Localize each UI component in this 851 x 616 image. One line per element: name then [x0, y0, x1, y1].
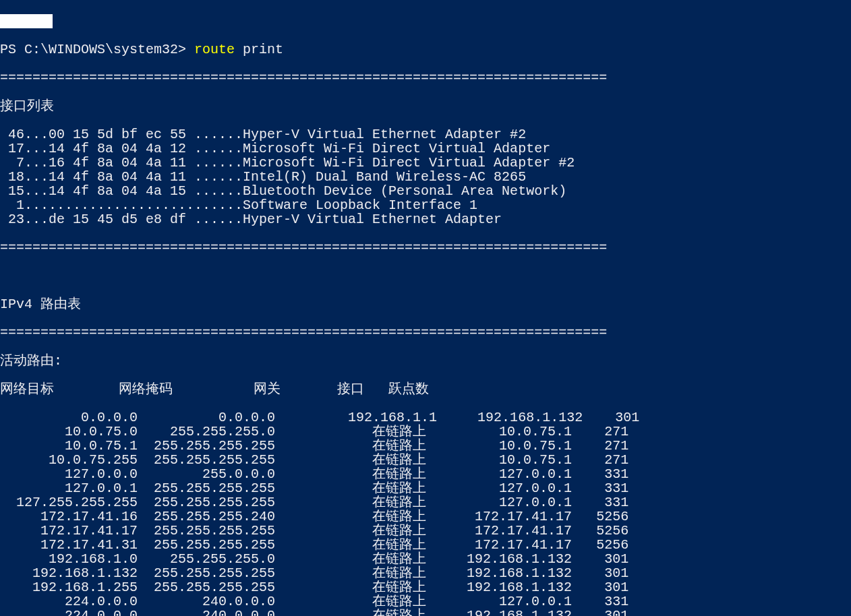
interface-row: 46...00 15 5d bf ec 55 ......Hyper-V Vir…: [0, 127, 851, 142]
route-row: 192.168.1.0 255.255.255.0 在链路上 192.168.1…: [0, 552, 851, 566]
interface-row: 1...........................Software Loo…: [0, 198, 851, 212]
ipv4-route-table-header: IPv4 路由表: [0, 297, 851, 311]
route-row: 224.0.0.0 240.0.0.0 在链路上 127.0.0.1 331: [0, 594, 851, 609]
command: route: [194, 42, 235, 57]
route-row: 127.255.255.255 255.255.255.255 在链路上 127…: [0, 495, 851, 510]
route-row: 224.0.0.0 240.0.0.0 在链路上 192.168.1.132 3…: [0, 609, 851, 616]
interface-row: 17...14 4f 8a 04 4a 12 ......Microsoft W…: [0, 142, 851, 156]
route-row: 172.17.41.31 255.255.255.255 在链路上 172.17…: [0, 538, 851, 552]
route-row: 0.0.0.0 0.0.0.0 192.168.1.1 192.168.1.13…: [0, 410, 851, 425]
cursor-block: [0, 14, 53, 28]
interface-row: 7...16 4f 8a 04 4a 11 ......Microsoft Wi…: [0, 156, 851, 170]
prompt-prefix: PS C:\WINDOWS\system32>: [0, 42, 186, 57]
interface-row: 23...de 15 45 d5 e8 df ......Hyper-V Vir…: [0, 212, 851, 226]
terminal-output[interactable]: PS C:\WINDOWS\system32> route print ====…: [0, 0, 851, 616]
prompt-line: PS C:\WINDOWS\system32> route print: [0, 42, 851, 57]
blank: [0, 269, 851, 283]
route-row: 192.168.1.132 255.255.255.255 在链路上 192.1…: [0, 566, 851, 580]
route-row: 127.0.0.1 255.255.255.255 在链路上 127.0.0.1…: [0, 481, 851, 495]
active-routes-header: 活动路由:: [0, 354, 851, 368]
route-row: 10.0.75.255 255.255.255.255 在链路上 10.0.75…: [0, 453, 851, 467]
route-row: 127.0.0.0 255.0.0.0 在链路上 127.0.0.1 331: [0, 467, 851, 481]
route-columns-header: 网络目标 网络掩码 网关 接口 跃点数: [0, 382, 851, 396]
hr: ========================================…: [0, 241, 851, 255]
route-row: 10.0.75.1 255.255.255.255 在链路上 10.0.75.1…: [0, 439, 851, 453]
route-row: 172.17.41.17 255.255.255.255 在链路上 172.17…: [0, 524, 851, 538]
interface-list-header: 接口列表: [0, 99, 851, 113]
hr: ========================================…: [0, 71, 851, 85]
route-row: 172.17.41.16 255.255.255.240 在链路上 172.17…: [0, 510, 851, 524]
route-row: 192.168.1.255 255.255.255.255 在链路上 192.1…: [0, 580, 851, 594]
hr: ========================================…: [0, 326, 851, 340]
route-row: 10.0.75.0 255.255.255.0 在链路上 10.0.75.1 2…: [0, 425, 851, 439]
command-arg: print: [243, 42, 283, 57]
interface-row: 18...14 4f 8a 04 4a 11 ......Intel(R) Du…: [0, 170, 851, 184]
interface-row: 15...14 4f 8a 04 4a 15 ......Bluetooth D…: [0, 184, 851, 198]
